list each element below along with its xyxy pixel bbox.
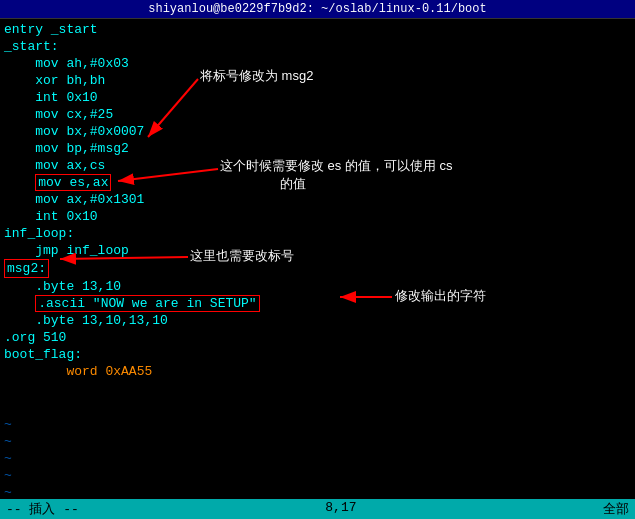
code-line-8: mov bp,#msg2 — [4, 140, 631, 157]
code-line-20: boot_flag: — [4, 346, 631, 363]
highlight-ascii: .ascii "NOW we are in SETUP" — [35, 295, 259, 312]
code-line-21: word 0xAA55 — [4, 363, 631, 380]
code-line-11: mov ax,#0x1301 — [4, 191, 631, 208]
code-line-14: jmp inf_loop — [4, 242, 631, 259]
code-line-3: mov ah,#0x03 — [4, 55, 631, 72]
status-position: 8,17 — [325, 500, 356, 518]
status-mode: -- 插入 -- — [6, 500, 79, 518]
status-bar: -- 插入 -- 8,17 全部 — [0, 499, 635, 519]
code-line-1: entry _start — [4, 21, 631, 38]
code-line-13: inf_loop: — [4, 225, 631, 242]
status-scope: 全部 — [603, 500, 629, 518]
code-line-17: .ascii "NOW we are in SETUP" — [4, 295, 631, 312]
code-line-2: _start: — [4, 38, 631, 55]
code-line-18: .byte 13,10,13,10 — [4, 312, 631, 329]
code-line-15: msg2: — [4, 259, 631, 278]
code-line-10: mov es,ax — [4, 174, 631, 191]
editor-area[interactable]: entry _start _start: mov ah,#0x03 xor bh… — [0, 19, 635, 499]
code-line-19: .org 510 — [4, 329, 631, 346]
highlight-mov-es: mov es,ax — [35, 174, 111, 191]
code-line-12: int 0x10 — [4, 208, 631, 225]
code-line-7: mov bx,#0x0007 — [4, 123, 631, 140]
code-line-4: xor bh,bh — [4, 72, 631, 89]
title-bar: shiyanlou@be0229f7b9d2: ~/oslab/linux-0.… — [0, 0, 635, 19]
tilde-lines: ~~~~~~~ — [4, 382, 631, 499]
highlight-msg2: msg2: — [4, 259, 49, 278]
code-line-9: mov ax,cs — [4, 157, 631, 174]
code-line-16: .byte 13,10 — [4, 278, 631, 295]
title-text: shiyanlou@be0229f7b9d2: ~/oslab/linux-0.… — [148, 2, 486, 16]
code-line-5: int 0x10 — [4, 89, 631, 106]
code-line-6: mov cx,#25 — [4, 106, 631, 123]
